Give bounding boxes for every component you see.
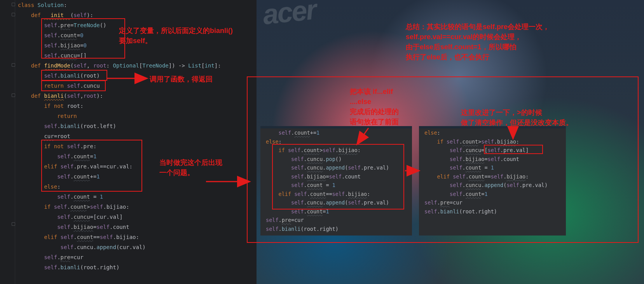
code-line[interactable]: self.cuncu.append(cur.val)	[18, 242, 257, 252]
code-line[interactable]: def bianli(self,root):	[18, 91, 257, 101]
code-line[interactable]: elif self.count==self.bijiao:	[18, 232, 257, 242]
code-line[interactable]: return	[18, 111, 257, 121]
snippet-line: self.cuncu.append(self.pre.val)	[260, 163, 412, 172]
brand-watermark: acer	[261, 0, 317, 31]
snippet-line: else:	[419, 128, 566, 137]
snippet-line: self.cuncu.append(self.pre.val)	[260, 198, 412, 207]
code-line[interactable]: self.bianli(root.left)	[18, 121, 257, 131]
snippet-line: self.count=1	[419, 190, 566, 199]
snippet-line: elif self.count==self.bijiao:	[260, 190, 412, 199]
code-line[interactable]: self.bianli(root.right)	[18, 262, 257, 272]
editor-gutter	[0, 0, 15, 284]
snippet-line: self.pre=cur	[260, 216, 412, 225]
code-line[interactable]: def __init__(self):	[18, 10, 257, 20]
snippet-line: self.bijiao=self.count	[260, 172, 412, 181]
code-line[interactable]: if self.count>self.bijiao:	[18, 202, 257, 212]
code-line[interactable]: self.cuncu=[cur.val]	[18, 212, 257, 222]
code-line[interactable]: class Solution:	[18, 0, 257, 10]
code-snippet-b: else: if self.count>self.bijiao: self.cu…	[419, 126, 566, 236]
code-line[interactable]: self.count=1	[18, 151, 257, 161]
snippet-line: self.bianli(root.right)	[260, 225, 412, 234]
code-line[interactable]: self.count+=1	[18, 171, 257, 182]
snippet-line: self.cuncu.pop()	[260, 155, 412, 164]
snippet-line: if self.count>self.bijiao:	[260, 146, 412, 155]
code-line[interactable]: self.cuncu=[]	[18, 50, 257, 61]
snippet-line: elif self.count==self.bijiao:	[419, 172, 566, 181]
code-line[interactable]: else:	[18, 182, 257, 192]
code-snippet-a: self.count+=1 else: if self.count>self.b…	[260, 126, 412, 236]
code-line[interactable]: self.pre=TreeNode()	[18, 20, 257, 30]
desktop-wallpaper: acer self.count+=1 else: if self.count>s…	[257, 0, 644, 284]
snippet-line: if self.count>self.bijiao:	[419, 137, 566, 146]
code-line[interactable]: if not root:	[18, 101, 257, 111]
code-line[interactable]: self.count = 1	[18, 192, 257, 202]
code-line[interactable]: self.count=0	[18, 30, 257, 40]
code-line[interactable]: def findMode(self, root: Optional[TreeNo…	[18, 61, 257, 71]
snippet-line: self.bijiao=self.count	[419, 155, 566, 164]
code-line[interactable]: self.bijiao=0	[18, 40, 257, 50]
code-line[interactable]: if not self.pre:	[18, 141, 257, 151]
snippet-line: else:	[260, 137, 412, 146]
code-line[interactable]: self.pre=cur	[18, 252, 257, 262]
code-line[interactable]: self.bianli(root)	[18, 71, 257, 81]
code-area[interactable]: class Solution: def __init__(self): self…	[18, 0, 257, 272]
snippet-line: self.pre=cur	[419, 198, 566, 207]
viewport: class Solution: def __init__(self): self…	[0, 0, 644, 284]
snippet-line: self.cuncu=[self.pre.val]	[419, 146, 566, 155]
snippet-line: self.count=1	[260, 207, 412, 216]
snippet-line: self.count+=1	[260, 128, 412, 137]
snippet-line: self.count = 1	[419, 163, 566, 172]
code-editor[interactable]: class Solution: def __init__(self): self…	[0, 0, 257, 284]
snippet-line: self.bianli(root.right)	[419, 207, 566, 216]
code-line[interactable]: cur=root	[18, 131, 257, 141]
code-line[interactable]: return self.cuncu	[18, 81, 257, 91]
code-line[interactable]: elif self.pre.val==cur.val:	[18, 161, 257, 171]
snippet-line: self.count = 1	[260, 181, 412, 190]
snippet-line: self.cuncu.append(self.pre.val)	[419, 181, 566, 190]
code-line[interactable]: self.bijiao=self.count	[18, 222, 257, 232]
